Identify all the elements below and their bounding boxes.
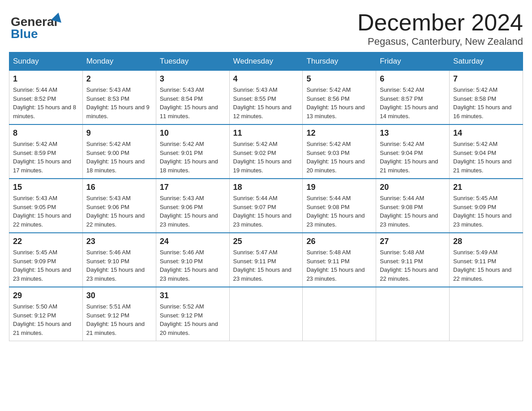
day-info: Sunrise: 5:43 AMSunset: 8:55 PMDaylight:… [233, 86, 299, 120]
day-number: 31 [160, 291, 226, 300]
day-number: 13 [380, 128, 446, 138]
logo: General Blue [9, 9, 67, 40]
calendar-day-cell [376, 287, 450, 341]
calendar-week-row: 15Sunrise: 5:43 AMSunset: 9:05 PMDayligh… [9, 179, 523, 233]
calendar-week-row: 8Sunrise: 5:42 AMSunset: 8:59 PMDaylight… [9, 124, 523, 179]
page-header: General Blue December 2024 Pegasus, Cant… [9, 9, 523, 47]
day-number: 3 [160, 74, 226, 84]
day-of-week-header: Tuesday [156, 52, 229, 71]
day-info: Sunrise: 5:46 AMSunset: 9:10 PMDaylight:… [160, 248, 226, 283]
day-info: Sunrise: 5:42 AMSunset: 9:02 PMDaylight:… [233, 140, 299, 175]
day-info: Sunrise: 5:43 AMSunset: 9:05 PMDaylight:… [13, 194, 79, 229]
day-info: Sunrise: 5:44 AMSunset: 9:07 PMDaylight:… [233, 194, 299, 229]
calendar-day-cell: 19Sunrise: 5:44 AMSunset: 9:08 PMDayligh… [303, 179, 376, 233]
day-number: 11 [233, 128, 299, 138]
calendar-day-cell: 10Sunrise: 5:42 AMSunset: 9:01 PMDayligh… [156, 124, 229, 179]
day-info: Sunrise: 5:43 AMSunset: 9:06 PMDaylight:… [86, 194, 152, 229]
calendar-day-cell: 5Sunrise: 5:42 AMSunset: 8:56 PMDaylight… [303, 71, 376, 125]
calendar-day-cell: 7Sunrise: 5:42 AMSunset: 8:58 PMDaylight… [450, 71, 523, 125]
calendar-day-cell: 30Sunrise: 5:51 AMSunset: 9:12 PMDayligh… [82, 287, 156, 341]
calendar-day-cell: 16Sunrise: 5:43 AMSunset: 9:06 PMDayligh… [82, 179, 156, 233]
day-info: Sunrise: 5:47 AMSunset: 9:11 PMDaylight:… [233, 248, 299, 283]
day-of-week-header: Thursday [303, 52, 376, 71]
calendar-day-cell: 13Sunrise: 5:42 AMSunset: 9:04 PMDayligh… [376, 124, 450, 179]
day-number: 8 [13, 128, 79, 138]
calendar-day-cell: 25Sunrise: 5:47 AMSunset: 9:11 PMDayligh… [229, 233, 303, 287]
day-info: Sunrise: 5:43 AMSunset: 8:53 PMDaylight:… [86, 86, 152, 120]
calendar-day-cell: 2Sunrise: 5:43 AMSunset: 8:53 PMDaylight… [82, 71, 156, 125]
calendar-day-cell: 22Sunrise: 5:45 AMSunset: 9:09 PMDayligh… [9, 233, 83, 287]
day-number: 24 [160, 237, 226, 246]
day-info: Sunrise: 5:46 AMSunset: 9:10 PMDaylight:… [86, 248, 152, 283]
calendar-day-cell [450, 287, 523, 341]
calendar-day-cell: 28Sunrise: 5:49 AMSunset: 9:11 PMDayligh… [450, 233, 523, 287]
calendar-day-cell: 27Sunrise: 5:48 AMSunset: 9:11 PMDayligh… [376, 233, 450, 287]
day-info: Sunrise: 5:44 AMSunset: 9:08 PMDaylight:… [380, 194, 446, 229]
day-number: 25 [233, 237, 299, 246]
day-number: 27 [380, 237, 446, 246]
calendar-day-cell: 24Sunrise: 5:46 AMSunset: 9:10 PMDayligh… [156, 233, 229, 287]
calendar-day-cell: 4Sunrise: 5:43 AMSunset: 8:55 PMDaylight… [229, 71, 303, 125]
day-number: 9 [86, 128, 152, 138]
day-number: 2 [86, 74, 152, 84]
calendar-header-row: SundayMondayTuesdayWednesdayThursdayFrid… [9, 52, 523, 71]
calendar-week-row: 22Sunrise: 5:45 AMSunset: 9:09 PMDayligh… [9, 233, 523, 287]
calendar-day-cell [229, 287, 303, 341]
day-number: 17 [160, 183, 226, 192]
day-number: 15 [13, 183, 79, 192]
calendar-day-cell: 23Sunrise: 5:46 AMSunset: 9:10 PMDayligh… [82, 233, 156, 287]
calendar-day-cell: 1Sunrise: 5:44 AMSunset: 8:52 PMDaylight… [9, 71, 83, 125]
calendar-day-cell: 26Sunrise: 5:48 AMSunset: 9:11 PMDayligh… [303, 233, 376, 287]
day-number: 23 [86, 237, 152, 246]
day-number: 14 [453, 128, 519, 138]
day-of-week-header: Friday [376, 52, 450, 71]
day-number: 20 [380, 183, 446, 192]
calendar-day-cell: 29Sunrise: 5:50 AMSunset: 9:12 PMDayligh… [9, 287, 83, 341]
day-info: Sunrise: 5:50 AMSunset: 9:12 PMDaylight:… [13, 302, 79, 337]
day-info: Sunrise: 5:42 AMSunset: 9:00 PMDaylight:… [86, 140, 152, 175]
calendar-day-cell: 14Sunrise: 5:42 AMSunset: 9:04 PMDayligh… [450, 124, 523, 179]
day-number: 16 [86, 183, 152, 192]
day-number: 10 [160, 128, 226, 138]
calendar-day-cell: 15Sunrise: 5:43 AMSunset: 9:05 PMDayligh… [9, 179, 83, 233]
day-info: Sunrise: 5:51 AMSunset: 9:12 PMDaylight:… [86, 302, 152, 337]
calendar-day-cell: 21Sunrise: 5:45 AMSunset: 9:09 PMDayligh… [450, 179, 523, 233]
day-info: Sunrise: 5:48 AMSunset: 9:11 PMDaylight:… [380, 248, 446, 283]
calendar-day-cell: 9Sunrise: 5:42 AMSunset: 9:00 PMDaylight… [82, 124, 156, 179]
day-of-week-header: Saturday [450, 52, 523, 71]
day-of-week-header: Sunday [9, 52, 83, 71]
location: Pegasus, Canterbury, New Zealand [357, 36, 523, 47]
day-info: Sunrise: 5:48 AMSunset: 9:11 PMDaylight:… [306, 248, 372, 283]
day-number: 12 [306, 128, 372, 138]
day-number: 22 [13, 237, 79, 246]
calendar-day-cell [303, 287, 376, 341]
day-number: 19 [306, 183, 372, 192]
day-info: Sunrise: 5:42 AMSunset: 9:04 PMDaylight:… [453, 140, 519, 175]
day-number: 26 [306, 237, 372, 246]
day-number: 5 [306, 74, 372, 84]
title-block: December 2024 Pegasus, Canterbury, New Z… [357, 9, 523, 47]
calendar-day-cell: 12Sunrise: 5:42 AMSunset: 9:03 PMDayligh… [303, 124, 376, 179]
day-info: Sunrise: 5:42 AMSunset: 9:04 PMDaylight:… [380, 140, 446, 175]
day-info: Sunrise: 5:42 AMSunset: 8:57 PMDaylight:… [380, 86, 446, 120]
day-of-week-header: Wednesday [229, 52, 303, 71]
day-number: 7 [453, 74, 519, 84]
day-number: 30 [86, 291, 152, 300]
calendar-day-cell: 17Sunrise: 5:43 AMSunset: 9:06 PMDayligh… [156, 179, 229, 233]
svg-text:Blue: Blue [11, 27, 38, 40]
calendar-day-cell: 20Sunrise: 5:44 AMSunset: 9:08 PMDayligh… [376, 179, 450, 233]
day-info: Sunrise: 5:42 AMSunset: 8:58 PMDaylight:… [453, 86, 519, 120]
day-number: 18 [233, 183, 299, 192]
calendar-day-cell: 6Sunrise: 5:42 AMSunset: 8:57 PMDaylight… [376, 71, 450, 125]
day-info: Sunrise: 5:42 AMSunset: 8:56 PMDaylight:… [306, 86, 372, 120]
day-info: Sunrise: 5:43 AMSunset: 8:54 PMDaylight:… [160, 86, 226, 120]
day-info: Sunrise: 5:44 AMSunset: 8:52 PMDaylight:… [13, 86, 79, 120]
calendar-day-cell: 11Sunrise: 5:42 AMSunset: 9:02 PMDayligh… [229, 124, 303, 179]
calendar-day-cell: 18Sunrise: 5:44 AMSunset: 9:07 PMDayligh… [229, 179, 303, 233]
calendar-day-cell: 8Sunrise: 5:42 AMSunset: 8:59 PMDaylight… [9, 124, 83, 179]
calendar-week-row: 29Sunrise: 5:50 AMSunset: 9:12 PMDayligh… [9, 287, 523, 341]
calendar-week-row: 1Sunrise: 5:44 AMSunset: 8:52 PMDaylight… [9, 71, 523, 125]
day-number: 6 [380, 74, 446, 84]
day-info: Sunrise: 5:42 AMSunset: 8:59 PMDaylight:… [13, 140, 79, 175]
day-number: 21 [453, 183, 519, 192]
